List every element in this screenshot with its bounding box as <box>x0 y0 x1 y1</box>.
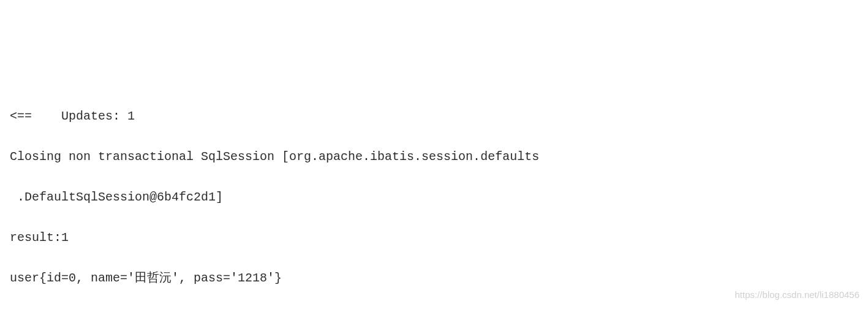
log-line: <== Updates: 1 <box>10 106 858 126</box>
log-line: Closing non transactional SqlSession [or… <box>10 147 858 167</box>
watermark-text: https://blog.csdn.net/li1880456 <box>735 288 859 303</box>
console-output: <== Updates: 1 Closing non transactional… <box>10 86 858 309</box>
log-line: user{id=0, name='田哲沅', pass='1218'} <box>10 268 858 288</box>
log-line: .DefaultSqlSession@6b4fc2d1] <box>10 187 858 207</box>
log-line: result:1 <box>10 227 858 248</box>
